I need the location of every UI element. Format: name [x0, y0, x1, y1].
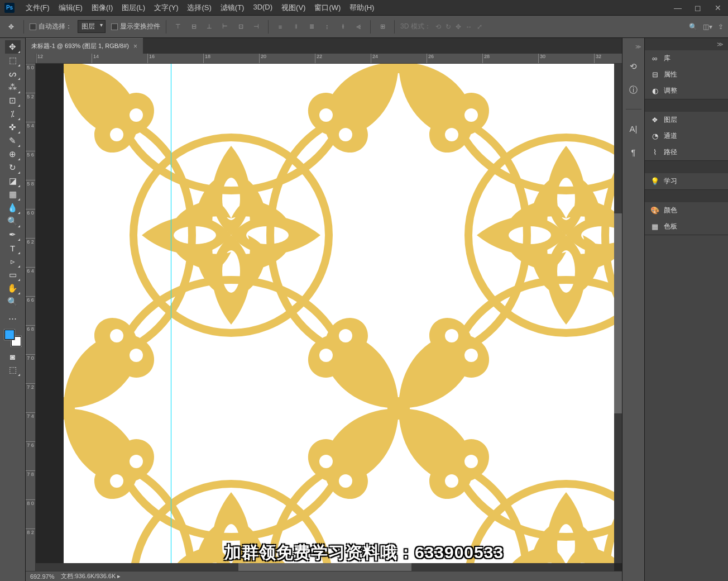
menu-item[interactable]: 窗口(W) [310, 1, 345, 15]
type-tool[interactable]: T [5, 241, 21, 255]
blur-tool[interactable]: 💧 [5, 201, 21, 215]
vertical-ruler[interactable]: 5 05 25 45 65 86 06 26 46 66 87 07 27 47… [26, 64, 36, 571]
toolbox: ✥ ⬚ ᔕ ⁂ ⊡ ⁒ ✜ ✎ ⊕ ↻ ◪ ▦ 💧 🔍 ✒ T ▹ ▭ ✋ 🔍 … [0, 38, 26, 581]
share-icon[interactable]: ⇪ [718, 23, 724, 31]
menu-item[interactable]: 选择(S) [183, 1, 215, 15]
vertical-guide[interactable] [171, 64, 171, 563]
grid-icon: ▦ [650, 222, 659, 231]
lasso-tool[interactable]: ᔕ [5, 67, 21, 80]
align-right-icon[interactable]: ⊣ [250, 21, 262, 33]
brush-tool[interactable]: ✎ [5, 134, 21, 147]
menu-item[interactable]: 编辑(E) [54, 1, 87, 15]
align-left-icon[interactable]: ⊢ [219, 21, 231, 33]
ruler-origin[interactable] [26, 54, 36, 64]
status-bar: 692.97% 文档:936.6K/936.6K ▸ [26, 571, 622, 581]
dodge-tool[interactable]: 🔍 [5, 215, 21, 228]
svg-rect-4 [64, 64, 614, 563]
distribute-icon[interactable]: ⫷ [352, 21, 365, 33]
doc-info[interactable]: 文档:936.6K/936.6K ▸ [61, 572, 121, 580]
lightbulb-icon: 💡 [650, 177, 659, 186]
minimize-button[interactable]: — [672, 2, 683, 13]
magic-wand-tool[interactable]: ⁂ [5, 80, 21, 94]
menu-item[interactable]: 3D(D) [248, 1, 277, 15]
close-button[interactable]: ✕ [712, 2, 724, 13]
marquee-tool[interactable]: ⬚ [5, 54, 21, 67]
swatches-panel-tab[interactable]: ▦色板 [645, 218, 728, 235]
info-panel-icon[interactable]: ⓘ [627, 83, 640, 97]
roll-3d-icon[interactable]: ↻ [446, 23, 451, 31]
scale-3d-icon[interactable]: ⤢ [477, 23, 482, 31]
eraser-tool[interactable]: ◪ [5, 174, 21, 188]
history-panel-icon[interactable]: ⟲ [627, 60, 640, 73]
vertical-scrollbar[interactable] [614, 64, 622, 563]
distribute-icon[interactable]: ⫵ [337, 21, 349, 33]
menu-item[interactable]: 文件(F) [21, 1, 54, 15]
move-tool[interactable]: ✥ [5, 40, 21, 54]
gradient-tool[interactable]: ▦ [5, 188, 21, 201]
align-vcenter-icon[interactable]: ⊟ [188, 21, 200, 33]
color-swatches[interactable] [4, 330, 21, 346]
distribute-icon[interactable]: ⫶ [321, 21, 333, 33]
properties-panel-tab[interactable]: ⊟属性 [645, 66, 728, 83]
search-icon[interactable]: 🔍 [689, 23, 697, 31]
align-bottom-icon[interactable]: ⊥ [203, 21, 215, 33]
maximize-button[interactable]: ◻ [692, 2, 703, 13]
horizontal-ruler[interactable]: 1214161820222426283032343638404244464850… [36, 54, 622, 64]
path-tool[interactable]: ▹ [5, 255, 21, 268]
learn-panel-tab[interactable]: 💡学习 [645, 173, 728, 189]
watermark-overlay: 加群领免费学习资料哦：633900533 [224, 541, 504, 564]
character-panel-icon[interactable]: A| [627, 122, 640, 135]
zoom-tool[interactable]: 🔍 [5, 295, 21, 308]
orbit-3d-icon[interactable]: ⟲ [435, 23, 441, 31]
menu-item[interactable]: 文字(Y) [150, 1, 183, 15]
distribute-icon[interactable]: ≣ [305, 21, 318, 33]
panels-dock: ≫ ∞库 ⊟属性 ◐调整 ❖图层 ◔通道 ⌇路径 💡学习 🎨颜色 ▦色板 [644, 38, 728, 581]
quickmask-tool[interactable]: ◙ [5, 350, 21, 363]
pen-tool[interactable]: ✒ [5, 228, 21, 241]
align-buttons: ⊤ ⊟ ⊥ ⊢ ⊡ ⊣ [172, 21, 262, 33]
pan-3d-icon[interactable]: ✥ [456, 23, 461, 31]
canvas[interactable] [64, 64, 614, 563]
paragraph-panel-icon[interactable]: ¶ [627, 145, 640, 159]
distribute-buttons: ≡ ⫴ ≣ ⫶ ⫵ ⫷ [274, 21, 365, 33]
menu-item[interactable]: 图层(L) [117, 1, 150, 15]
horizontal-scrollbar[interactable] [36, 563, 614, 571]
menu-item[interactable]: 帮助(H) [345, 1, 379, 15]
menu-item[interactable]: 视图(V) [277, 1, 310, 15]
auto-select-checkbox[interactable]: 自动选择： [30, 22, 72, 31]
channels-panel-tab[interactable]: ◔通道 [645, 128, 728, 144]
eyedropper-tool[interactable]: ⁒ [5, 107, 21, 121]
color-panel-tab[interactable]: 🎨颜色 [645, 202, 728, 218]
screenmode-tool[interactable]: ⬚ [5, 363, 21, 377]
menu-item[interactable]: 图像(I) [87, 1, 117, 15]
adjustments-icon: ◐ [650, 87, 659, 96]
workspace-icon[interactable]: ◫▾ [703, 23, 712, 31]
collapsed-panel-dock: ≫ ⟲ ⓘ A| ¶ [622, 38, 644, 581]
menu-item[interactable]: 滤镜(T) [216, 1, 249, 15]
align-top-icon[interactable]: ⊤ [172, 21, 184, 33]
document-tab[interactable]: 未标题-1 @ 693% (图层 1, RGB/8#) × [26, 38, 143, 54]
auto-align-icon[interactable]: ⊞ [376, 21, 389, 33]
align-hcenter-icon[interactable]: ⊡ [234, 21, 247, 33]
zoom-level[interactable]: 692.97% [30, 573, 54, 580]
history-brush-tool[interactable]: ↻ [5, 161, 21, 174]
close-tab-icon[interactable]: × [133, 42, 137, 50]
options-bar: ✥ 自动选择： 图层 显示变换控件 ⊤ ⊟ ⊥ ⊢ ⊡ ⊣ ≡ ⫴ ≣ ⫶ ⫵ … [0, 16, 728, 38]
healing-tool[interactable]: ✜ [5, 121, 21, 134]
auto-select-target[interactable]: 图层 [78, 20, 106, 33]
hand-tool[interactable]: ✋ [5, 282, 21, 295]
adjustments-panel-tab[interactable]: ◐调整 [645, 83, 728, 99]
distribute-icon[interactable]: ⫴ [290, 21, 302, 33]
clone-stamp-tool[interactable]: ⊕ [5, 147, 21, 161]
edit-toolbar[interactable]: ⋯ [5, 312, 21, 325]
shape-tool[interactable]: ▭ [5, 268, 21, 282]
foreground-swatch[interactable] [4, 330, 15, 340]
layers-panel-tab[interactable]: ❖图层 [645, 112, 728, 128]
library-panel-tab[interactable]: ∞库 [645, 50, 728, 66]
crop-tool[interactable]: ⊡ [5, 94, 21, 107]
distribute-icon[interactable]: ≡ [274, 21, 286, 33]
show-transform-checkbox[interactable]: 显示变换控件 [111, 22, 160, 31]
slide-3d-icon[interactable]: ↔ [466, 23, 472, 31]
paths-panel-tab[interactable]: ⌇路径 [645, 144, 728, 160]
channels-icon: ◔ [650, 132, 659, 141]
